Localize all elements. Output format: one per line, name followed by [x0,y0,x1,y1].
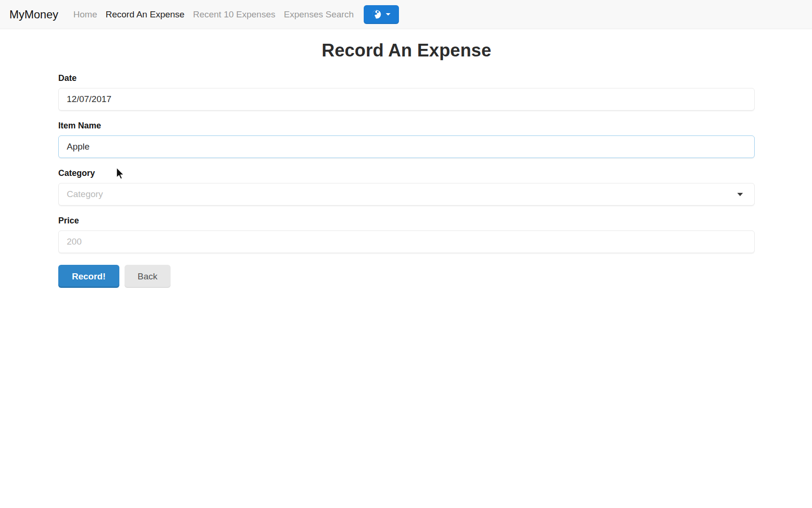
record-expense-form: Date Item Name Category Category Price R… [58,73,755,288]
globe-icon [372,9,382,19]
item-name-field-group: Item Name [58,121,755,158]
price-field-group: Price [58,216,755,253]
brand-logo[interactable]: MyMoney [9,8,58,21]
nav-item-recent-10-expenses[interactable]: Recent 10 Expenses [189,9,280,20]
category-select-placeholder: Category [67,189,103,199]
back-button[interactable]: Back [125,265,171,288]
language-dropdown-button[interactable] [364,5,399,24]
price-input[interactable] [58,230,755,253]
page-title: Record An Expense [58,40,755,61]
price-label: Price [58,216,755,226]
record-button[interactable]: Record! [58,265,119,288]
date-label: Date [58,73,755,83]
chevron-down-icon [737,193,743,196]
category-select[interactable]: Category [58,183,755,206]
navbar: MyMoney Home Record An Expense Recent 10… [0,0,812,29]
category-label: Category [58,168,755,178]
nav-item-home[interactable]: Home [69,9,102,20]
date-input[interactable] [58,88,755,111]
caret-down-icon [386,13,390,16]
nav-item-expenses-search[interactable]: Expenses Search [280,9,358,20]
nav-item-record-an-expense[interactable]: Record An Expense [102,9,189,20]
item-name-label: Item Name [58,121,755,131]
category-field-group: Category Category [58,168,755,206]
main-content: Record An Expense Date Item Name Categor… [58,40,755,288]
date-field-group: Date [58,73,755,111]
item-name-input[interactable] [58,135,755,158]
nav-links: Home Record An Expense Recent 10 Expense… [69,9,358,20]
form-actions: Record! Back [58,265,755,288]
